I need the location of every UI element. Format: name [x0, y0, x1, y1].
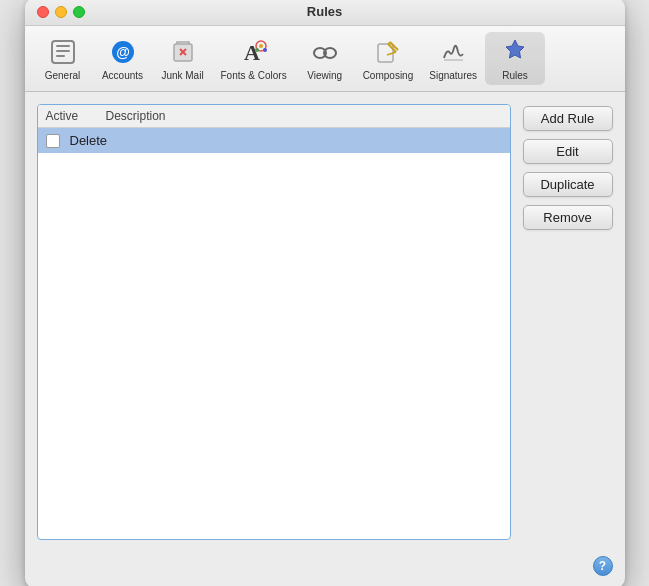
toolbar: General @ Accounts Junk Mai — [25, 26, 625, 92]
remove-button[interactable]: Remove — [523, 205, 613, 230]
svg-text:@: @ — [116, 44, 130, 60]
list-header: Active Description — [38, 105, 510, 128]
rule-active-checkbox[interactable] — [46, 134, 60, 148]
minimize-button[interactable] — [55, 6, 67, 18]
maximize-button[interactable] — [73, 6, 85, 18]
svg-line-24 — [387, 44, 388, 55]
rules-list: Active Description Delete — [37, 104, 511, 540]
general-label: General — [45, 70, 81, 81]
svg-marker-26 — [506, 40, 524, 58]
window-title: Rules — [307, 4, 342, 19]
toolbar-item-signatures[interactable]: Signatures — [421, 32, 485, 85]
signatures-label: Signatures — [429, 70, 477, 81]
junk-mail-label: Junk Mail — [161, 70, 203, 81]
junk-mail-icon — [167, 36, 199, 68]
viewing-icon — [309, 36, 341, 68]
toolbar-item-viewing[interactable]: Viewing — [295, 32, 355, 85]
svg-rect-3 — [56, 55, 65, 57]
list-body: Delete — [38, 128, 510, 539]
duplicate-button[interactable]: Duplicate — [523, 172, 613, 197]
help-button[interactable]: ? — [593, 556, 613, 576]
svg-text:A: A — [244, 40, 260, 65]
composing-icon — [372, 36, 404, 68]
svg-point-11 — [259, 44, 263, 48]
column-description: Description — [106, 109, 166, 123]
svg-line-17 — [314, 50, 315, 53]
toolbar-item-fonts-colors[interactable]: A Fonts & Colors — [213, 32, 295, 85]
svg-line-18 — [335, 50, 336, 53]
svg-point-12 — [255, 48, 259, 52]
rules-label: Rules — [502, 70, 528, 81]
toolbar-item-rules[interactable]: Rules — [485, 32, 545, 85]
toolbar-item-accounts[interactable]: @ Accounts — [93, 32, 153, 85]
rules-icon — [499, 36, 531, 68]
titlebar: Rules — [25, 0, 625, 26]
buttons-panel: Add Rule Edit Duplicate Remove — [523, 104, 613, 540]
rule-description: Delete — [70, 133, 108, 148]
toolbar-item-composing[interactable]: Composing — [355, 32, 422, 85]
composing-label: Composing — [363, 70, 414, 81]
close-button[interactable] — [37, 6, 49, 18]
accounts-icon: @ — [107, 36, 139, 68]
signatures-icon — [437, 36, 469, 68]
toolbar-item-general[interactable]: General — [33, 32, 93, 85]
edit-button[interactable]: Edit — [523, 139, 613, 164]
general-icon — [47, 36, 79, 68]
table-row[interactable]: Delete — [38, 128, 510, 153]
add-rule-button[interactable]: Add Rule — [523, 106, 613, 131]
viewing-label: Viewing — [307, 70, 342, 81]
content: Active Description Delete Add Rule Edit … — [25, 92, 625, 552]
toolbar-item-junk-mail[interactable]: Junk Mail — [153, 32, 213, 85]
fonts-colors-label: Fonts & Colors — [221, 70, 287, 81]
svg-rect-2 — [56, 50, 70, 52]
main-window: Rules General @ Account — [25, 0, 625, 586]
fonts-colors-icon: A — [238, 36, 270, 68]
traffic-lights — [37, 6, 85, 18]
svg-point-13 — [263, 48, 267, 52]
column-active: Active — [46, 109, 106, 123]
svg-rect-1 — [56, 45, 70, 47]
accounts-label: Accounts — [102, 70, 143, 81]
content-wrapper: Active Description Delete Add Rule Edit … — [25, 92, 625, 586]
svg-line-23 — [387, 52, 396, 55]
